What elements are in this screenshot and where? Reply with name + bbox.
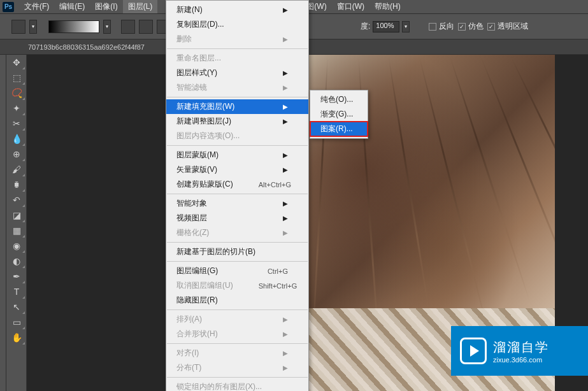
tool-eyedropper[interactable]: 💧: [8, 131, 25, 146]
tool-preset-dropdown[interactable]: ▾: [29, 20, 37, 34]
menu-item[interactable]: 新建填充图层(W)▶: [166, 99, 308, 114]
menu-item: 排列(A)▶: [166, 312, 308, 327]
checkbox-reverse[interactable]: 反向: [429, 21, 454, 32]
gradient-type-linear[interactable]: [121, 20, 135, 34]
submenu-arrow-icon: ▶: [283, 200, 288, 207]
menu-item[interactable]: 复制图层(D)...: [166, 17, 308, 32]
menu-item-label: 复制图层(D)...: [176, 19, 224, 30]
menu-item[interactable]: 新建(N)▶: [166, 3, 308, 17]
menu-item-label: 对齐(I): [176, 348, 199, 359]
menu-item[interactable]: 纯色(O)...: [310, 92, 368, 107]
submenu-arrow-icon: ▶: [283, 69, 288, 76]
menu-item[interactable]: 图案(R)...: [310, 122, 368, 136]
menu-item-label: 智能滤镜: [176, 82, 207, 93]
menu-image[interactable]: 图像(I): [90, 0, 122, 13]
menu-item-label: 视频图层: [176, 213, 207, 224]
menu-item: 重命名图层...: [166, 51, 308, 66]
menu-edit[interactable]: 编辑(E): [54, 0, 90, 13]
opacity-dropdown[interactable]: ▾: [402, 21, 410, 32]
menu-item[interactable]: 图层蒙版(M)▶: [166, 148, 308, 162]
menu-item-label: 新建基于图层的切片(B): [176, 246, 255, 257]
menu-item-label: 图层内容选项(O)...: [176, 131, 240, 141]
watermark-url: zixue.3d66.com: [493, 356, 549, 364]
menu-item: 智能滤镜▶: [166, 80, 308, 95]
menu-item-label: 图层样式(Y): [176, 68, 217, 78]
menu-item-label: 排列(A): [176, 314, 202, 325]
tool-history[interactable]: ↶: [8, 192, 25, 208]
menu-shortcut: Shift+Ctrl+G: [259, 282, 298, 290]
menu-item: 分布(T)▶: [166, 360, 308, 375]
tool-lasso[interactable]: 📿: [8, 85, 25, 101]
menu-item[interactable]: 新建基于图层的切片(B): [166, 245, 308, 259]
menu-window[interactable]: 窗口(W): [332, 0, 369, 13]
menu-layer[interactable]: 图层(L): [123, 0, 158, 13]
menu-item[interactable]: 新建调整图层(J)▶: [166, 114, 308, 129]
submenu-arrow-icon: ▶: [283, 118, 288, 125]
tool-eraser[interactable]: ◪: [8, 208, 25, 223]
menu-item[interactable]: 图层样式(Y)▶: [166, 66, 308, 80]
menu-item: 栅格化(Z)▶: [166, 225, 308, 240]
document-tab[interactable]: 707193b6c88036315aa692e62f44f87: [28, 43, 145, 51]
tool-stamp[interactable]: ⧯: [8, 177, 25, 192]
tool-crop[interactable]: ✂: [8, 116, 25, 131]
submenu-arrow-icon: ▶: [283, 103, 288, 110]
tool-preset[interactable]: [11, 20, 25, 34]
menu-item-label: 创建剪贴蒙版(C): [176, 179, 233, 190]
menu-item: 图层内容选项(O)...: [166, 129, 308, 143]
submenu-arrow-icon: ▶: [283, 166, 288, 173]
menu-item[interactable]: 图层编组(G)Ctrl+G: [166, 264, 308, 278]
gradient-type-radial[interactable]: [139, 20, 153, 34]
menu-item[interactable]: 渐变(G)...: [310, 107, 368, 122]
submenu-arrow-icon: ▶: [283, 6, 288, 13]
checkbox-box: [487, 23, 495, 31]
menu-item-label: 删除: [176, 34, 192, 45]
tool-wand[interactable]: ✦: [8, 101, 25, 116]
opacity-label: 度:: [361, 21, 370, 32]
checkbox-dither[interactable]: 仿色: [458, 21, 484, 32]
menu-help[interactable]: 帮助(H): [369, 0, 406, 13]
menu-item: 合并形状(H)▶: [166, 327, 308, 341]
gradient-picker[interactable]: [48, 20, 99, 33]
toolbox: ✥ ⬚ 📿 ✦ ✂ 💧 ⊕ 🖌 ⧯ ↶ ◪ ▦ ◉ ◐ ✒ T ↖ ▭ ✋: [6, 55, 27, 391]
submenu-arrow-icon: ▶: [283, 215, 288, 222]
menu-item-label: 新建(N): [176, 4, 203, 15]
submenu-arrow-icon: ▶: [283, 364, 288, 371]
tool-dodge[interactable]: ◐: [8, 253, 25, 269]
play-icon: [460, 338, 487, 364]
checkbox-transparent[interactable]: 透明区域: [487, 21, 528, 32]
tool-path[interactable]: ↖: [8, 299, 25, 315]
tool-gradient[interactable]: ▦: [8, 223, 25, 238]
tool-blur[interactable]: ◉: [8, 238, 25, 253]
tool-type[interactable]: T: [8, 284, 25, 299]
menu-item[interactable]: 视频图层▶: [166, 211, 308, 225]
menu-item[interactable]: 智能对象▶: [166, 196, 308, 211]
menu-item: 锁定组内的所有图层(X)...: [166, 380, 308, 391]
tool-brush[interactable]: 🖌: [8, 162, 25, 177]
menu-item: 对齐(I)▶: [166, 346, 308, 360]
tool-shape[interactable]: ▭: [8, 315, 25, 330]
menu-item[interactable]: 创建剪贴蒙版(C)Alt+Ctrl+G: [166, 177, 308, 192]
tool-move[interactable]: ✥: [8, 55, 25, 70]
menu-item[interactable]: 隐藏图层(R): [166, 293, 308, 308]
tool-hand[interactable]: ✋: [8, 330, 25, 345]
tool-pen[interactable]: ✒: [8, 269, 25, 284]
tool-marquee[interactable]: ⬚: [8, 70, 25, 85]
menu-item-label: 重命名图层...: [176, 53, 221, 64]
menu-shortcut: Ctrl+G: [268, 267, 288, 275]
menu-item-label: 隐藏图层(R): [176, 295, 218, 306]
checkbox-box: [458, 23, 466, 31]
menu-item-label: 图层编组(G): [176, 266, 218, 276]
opacity-input[interactable]: 100%: [373, 21, 399, 32]
layer-dropdown-menu: 新建(N)▶复制图层(D)...删除▶重命名图层...图层样式(Y)▶智能滤镜▶…: [166, 0, 309, 391]
menu-item[interactable]: 矢量蒙版(V)▶: [166, 162, 308, 177]
fill-layer-submenu: 纯色(O)...渐变(G)...图案(R)...: [310, 90, 368, 139]
panel-strip: [0, 55, 6, 391]
submenu-arrow-icon: ▶: [283, 36, 288, 43]
tool-healing[interactable]: ⊕: [8, 146, 25, 162]
ps-icon: Ps: [3, 2, 14, 12]
submenu-arrow-icon: ▶: [283, 316, 288, 323]
menu-item: 删除▶: [166, 32, 308, 46]
menu-file[interactable]: 文件(F): [19, 0, 54, 13]
gradient-dropdown[interactable]: ▾: [103, 20, 111, 34]
menu-item-label: 取消图层编组(U): [176, 280, 233, 291]
